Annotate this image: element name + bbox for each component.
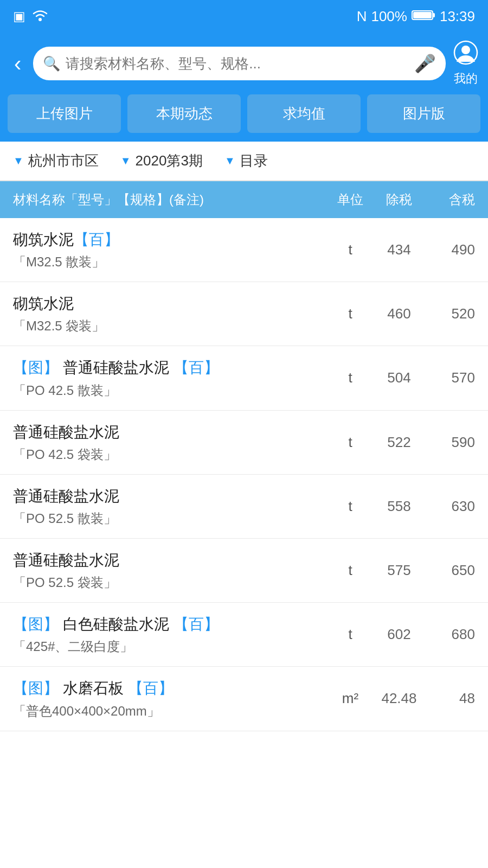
item-info: 【图】 水磨石板 【百】 「普色400×400×20mm」 xyxy=(13,678,329,719)
filter-catalog-label: 目录 xyxy=(240,151,268,170)
item-incl: 630 xyxy=(426,498,475,515)
profile-icon xyxy=(453,40,478,71)
table-header: 材料名称「型号」【规格】(备注) 单位 除税 含税 xyxy=(0,181,488,218)
item-excl: 460 xyxy=(372,305,426,322)
item-name: 砌筑水泥 xyxy=(13,293,329,314)
col-header-incl: 含税 xyxy=(426,191,475,208)
tag-blue-prefix: 【图】 xyxy=(13,359,59,376)
item-unit: t xyxy=(329,626,372,643)
item-info: 普通硅酸盐水泥 「PO 52.5 袋装」 xyxy=(13,550,329,591)
svg-rect-3 xyxy=(433,13,435,17)
table-row[interactable]: 普通硅酸盐水泥 「PO 52.5 袋装」 t 575 650 xyxy=(0,539,488,603)
col-header-unit: 单位 xyxy=(329,191,372,208)
item-spec: 「425#、二级白度」 xyxy=(13,638,329,655)
svg-point-0 xyxy=(38,18,42,21)
item-incl: 520 xyxy=(426,305,475,322)
mic-icon[interactable]: 🎤 xyxy=(414,53,436,74)
table-row[interactable]: 【图】 普通硅酸盐水泥 【百】 「PO 42.5 散装」 t 504 570 xyxy=(0,346,488,410)
item-name: 普通硅酸盐水泥 xyxy=(13,422,329,443)
item-info: 【图】 白色硅酸盐水泥 【百】 「425#、二级白度」 xyxy=(13,614,329,655)
item-incl: 490 xyxy=(426,241,475,258)
search-bar[interactable]: 🔍 🎤 xyxy=(33,47,446,80)
battery-percent: 100% xyxy=(371,8,407,25)
item-name: 【图】 普通硅酸盐水泥 【百】 xyxy=(13,357,329,378)
nfc-label: N xyxy=(357,8,367,25)
action-bar: 上传图片 本期动态 求均值 图片版 xyxy=(0,94,488,142)
item-excl: 575 xyxy=(372,562,426,579)
tag-blue-suffix: 【百】 xyxy=(128,680,174,697)
filter-region-arrow: ▼ xyxy=(13,155,24,167)
tag-blue-suffix: 【百】 xyxy=(174,616,219,633)
item-spec: 「PO 42.5 散装」 xyxy=(13,382,329,399)
filter-catalog-arrow: ▼ xyxy=(224,155,235,167)
image-version-button[interactable]: 图片版 xyxy=(367,94,480,133)
item-unit: t xyxy=(329,241,372,258)
search-input[interactable] xyxy=(66,55,409,72)
item-name: 【图】 白色硅酸盐水泥 【百】 xyxy=(13,614,329,635)
filter-region[interactable]: ▼ 杭州市市区 xyxy=(13,151,99,170)
tag-blue: 【百】 xyxy=(74,231,119,248)
average-button[interactable]: 求均值 xyxy=(247,94,361,133)
item-info: 普通硅酸盐水泥 「PO 42.5 袋装」 xyxy=(13,422,329,463)
profile-label: 我的 xyxy=(454,71,478,87)
item-spec: 「M32.5 袋装」 xyxy=(13,317,329,335)
item-name: 砌筑水泥【百】 xyxy=(13,229,329,250)
back-button[interactable]: ‹ xyxy=(10,53,25,74)
item-name: 普通硅酸盐水泥 xyxy=(13,550,329,571)
item-info: 【图】 普通硅酸盐水泥 【百】 「PO 42.5 散装」 xyxy=(13,357,329,399)
item-spec: 「PO 42.5 袋装」 xyxy=(13,446,329,463)
search-icon: 🔍 xyxy=(43,55,60,72)
item-unit: m² xyxy=(329,690,372,707)
col-header-name: 材料名称「型号」【规格】(备注) xyxy=(13,191,329,208)
item-excl: 42.48 xyxy=(372,690,426,707)
table-row[interactable]: 砌筑水泥【百】 「M32.5 散装」 t 434 490 xyxy=(0,218,488,282)
item-spec: 「PO 52.5 散装」 xyxy=(13,510,329,527)
item-spec: 「普色400×400×20mm」 xyxy=(13,703,329,720)
header: ‹ 🔍 🎤 我的 xyxy=(0,33,488,94)
table-row[interactable]: 普通硅酸盐水泥 「PO 42.5 袋装」 t 522 590 xyxy=(0,411,488,475)
item-incl: 590 xyxy=(426,434,475,451)
item-incl: 650 xyxy=(426,562,475,579)
status-left: ▣ xyxy=(13,8,48,25)
sim-icon: ▣ xyxy=(13,9,25,24)
item-unit: t xyxy=(329,562,372,579)
filter-period-arrow: ▼ xyxy=(120,155,131,167)
status-bar: ▣ N 100% 13:39 xyxy=(0,0,488,33)
col-header-excl: 除税 xyxy=(372,191,426,208)
filter-period-label: 2020第3期 xyxy=(136,151,203,170)
status-right: N 100% 13:39 xyxy=(357,8,475,25)
filter-region-label: 杭州市市区 xyxy=(28,151,99,170)
item-excl: 602 xyxy=(372,626,426,643)
filter-period[interactable]: ▼ 2020第3期 xyxy=(120,151,203,170)
item-unit: t xyxy=(329,434,372,451)
filter-row: ▼ 杭州市市区 ▼ 2020第3期 ▼ 目录 xyxy=(0,142,488,181)
item-info: 普通硅酸盐水泥 「PO 52.5 散装」 xyxy=(13,486,329,527)
item-spec: 「PO 52.5 袋装」 xyxy=(13,574,329,591)
battery-icon xyxy=(412,8,435,25)
svg-point-5 xyxy=(461,46,470,54)
item-spec: 「M32.5 散装」 xyxy=(13,253,329,271)
item-name: 普通硅酸盐水泥 xyxy=(13,486,329,507)
item-excl: 434 xyxy=(372,241,426,258)
item-excl: 558 xyxy=(372,498,426,515)
svg-rect-2 xyxy=(413,12,432,18)
table-row[interactable]: 【图】 白色硅酸盐水泥 【百】 「425#、二级白度」 t 602 680 xyxy=(0,603,488,667)
item-incl: 48 xyxy=(426,690,475,707)
tag-blue-prefix: 【图】 xyxy=(13,616,59,633)
item-unit: t xyxy=(329,369,372,386)
table-row[interactable]: 普通硅酸盐水泥 「PO 52.5 散装」 t 558 630 xyxy=(0,475,488,539)
upload-image-button[interactable]: 上传图片 xyxy=(8,94,121,133)
item-info: 砌筑水泥【百】 「M32.5 散装」 xyxy=(13,229,329,271)
item-incl: 680 xyxy=(426,626,475,643)
table-row[interactable]: 【图】 水磨石板 【百】 「普色400×400×20mm」 m² 42.48 4… xyxy=(0,667,488,731)
filter-catalog[interactable]: ▼ 目录 xyxy=(224,151,268,170)
tag-blue-prefix: 【图】 xyxy=(13,680,59,697)
item-incl: 570 xyxy=(426,369,475,386)
table-body: 砌筑水泥【百】 「M32.5 散装」 t 434 490 砌筑水泥 「M32.5… xyxy=(0,218,488,731)
item-info: 砌筑水泥 「M32.5 袋装」 xyxy=(13,293,329,335)
item-excl: 522 xyxy=(372,434,426,451)
table-row[interactable]: 砌筑水泥 「M32.5 袋装」 t 460 520 xyxy=(0,282,488,346)
current-dynamics-button[interactable]: 本期动态 xyxy=(127,94,241,133)
item-unit: t xyxy=(329,305,372,322)
profile-area[interactable]: 我的 xyxy=(453,40,478,87)
